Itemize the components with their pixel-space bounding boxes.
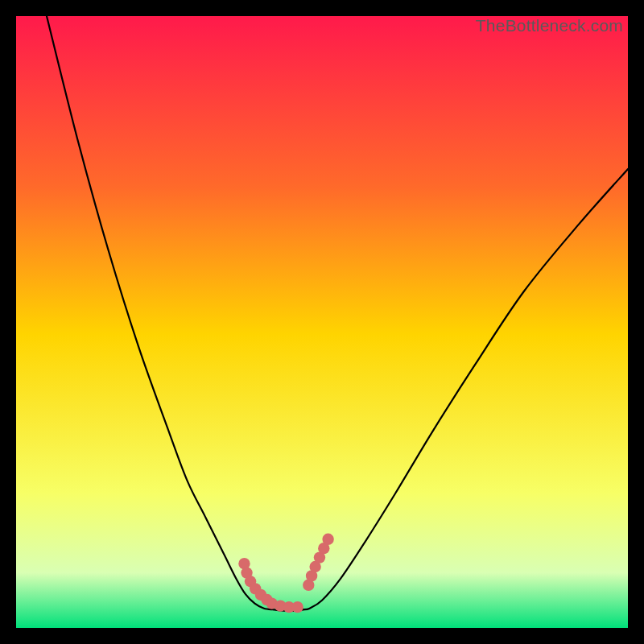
chart-frame: TheBottleneck.com xyxy=(16,16,628,628)
watermark-text: TheBottleneck.com xyxy=(476,16,623,35)
marker-dot xyxy=(322,534,333,545)
marker-dot xyxy=(291,601,303,613)
gradient-background xyxy=(16,16,628,628)
bottleneck-chart xyxy=(16,16,628,628)
